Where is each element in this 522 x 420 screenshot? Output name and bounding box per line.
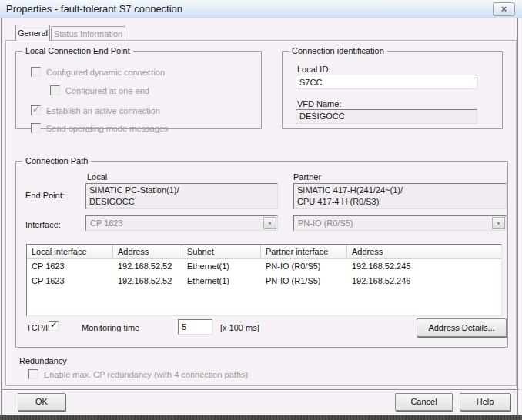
help-button[interactable]: Help [460,393,510,411]
table-header-partner-interface[interactable]: Partner interface [261,245,347,258]
table-header-subnet[interactable]: Subnet [182,245,261,258]
ok-button[interactable]: OK [18,393,65,411]
partner-column-header: Partner [293,172,321,182]
tab-general-label: General [18,28,48,38]
cell-partner-address: 192.168.52.246 [347,274,501,288]
checkbox-label: Establish an active connection [46,106,160,115]
table-header-address[interactable]: Address [113,245,182,258]
checkbox-configured-at-one-end: Configured at one end [50,85,149,95]
tcpip-checkbox[interactable] [49,321,59,331]
tab-status-information: Status Information [51,26,125,41]
local-interface-combobox: CP 1623 ▼ [85,215,278,231]
chevron-down-icon: ▼ [492,217,505,229]
cell-address: 192.168.52.52 [113,259,182,274]
interface-table: Local interface Address Subnet Partner i… [26,244,502,316]
cell-local-interface: CP 1623 [27,259,113,274]
window-bottom-edge [0,415,522,420]
partner-end-point-line2: CPU 417-4 H (R0/S3) [297,196,503,208]
local-id-label: Local ID: [297,65,330,74]
checkbox-label: Enable max. CP redundancy (with 4 connec… [44,370,248,379]
table-header-partner-address[interactable]: Address [347,245,501,258]
monitoring-time-label: Monitoring time [82,323,139,332]
checkbox-enable-max-cp-redundancy: Enable max. CP redundancy (with 4 connec… [28,369,248,379]
cell-subnet: Ethernet(1) [182,259,261,274]
window-left-edge [1,18,2,415]
checkbox-label: Configured dynamic connection [46,68,165,77]
checkbox-box [31,105,41,115]
table-header-local-interface[interactable]: Local interface [27,245,113,258]
cell-address: 192.168.52.52 [113,274,182,288]
connection-identification-group: Connection identification Local ID: VFD … [282,51,503,129]
partner-end-point-line1: SIMATIC 417-H(241/24~(1)/ [297,185,503,196]
checkbox-label: Send operating mode messages [46,124,168,133]
cell-partner-interface: PN-IO (R0/S5) [261,259,347,274]
local-id-input[interactable] [296,75,477,89]
properties-dialog: Properties - fault-tolerant S7 connectio… [0,0,522,420]
checkbox-box [49,321,59,331]
cancel-button[interactable]: Cancel [395,393,453,411]
close-icon: × [501,3,507,15]
window-right-edge [517,18,518,415]
checkbox-establish-active-connection: Establish an active connection [31,105,160,115]
tab-general[interactable]: General [15,25,50,41]
table-row[interactable]: CP 1623 192.168.52.52 Ethernet(1) PN-IO … [27,274,501,288]
partner-interface-combobox: PN-IO (R0/S5) ▼ [293,215,507,231]
checkbox-box [31,123,41,133]
checkbox-box [50,85,60,95]
titlebar: Properties - fault-tolerant S7 connectio… [0,0,522,18]
cell-partner-interface: PN-IO (R1/S5) [261,274,347,288]
local-end-point-line1: SIMATIC PC-Station(1)/ [89,185,274,196]
cell-local-interface: CP 1623 [27,274,113,288]
group-title: Local Connection End Point [22,46,133,55]
partner-end-point-field: SIMATIC 417-H(241/24~(1)/ CPU 417-4 H (R… [293,183,507,209]
local-interface-value: CP 1623 [90,218,123,228]
cell-subnet: Ethernet(1) [182,274,261,288]
checkbox-label: Configured at one end [65,86,149,95]
checkbox-box [31,67,41,77]
vfd-name-field: DESIGOCC [296,109,477,124]
redundancy-label: Redundancy [19,356,67,365]
checkbox-box [28,369,38,379]
interface-label: Interface: [25,220,61,229]
local-connection-end-point-group: Local Connection End Point Configured dy… [15,51,262,129]
window-title: Properties - fault-tolerant S7 connectio… [6,3,182,15]
table-header-row: Local interface Address Subnet Partner i… [27,245,501,259]
group-title: Connection identification [289,46,387,55]
group-title: Connection Path [22,156,91,165]
footer-separator [2,389,519,390]
connection-path-group: Connection Path Local Partner End Point:… [15,161,508,348]
local-column-header: Local [87,172,107,182]
close-button[interactable]: × [493,2,515,16]
local-end-point-field: SIMATIC PC-Station(1)/ DESIGOCC [85,183,278,209]
monitoring-time-input[interactable] [178,319,212,335]
local-end-point-line2: DESIGOCC [89,196,274,208]
monitoring-time-unit: [x 100 ms] [220,323,259,332]
vfd-name-label: VFD Name: [297,99,341,108]
table-row[interactable]: CP 1623 192.168.52.52 Ethernet(1) PN-IO … [27,259,501,274]
checkbox-configured-dynamic-connection: Configured dynamic connection [31,67,165,77]
end-point-label: End Point: [25,191,65,200]
checkbox-send-operating-mode-messages: Send operating mode messages [31,123,168,133]
tab-status-information-label: Status Information [54,29,122,38]
chevron-down-icon: ▼ [263,217,276,229]
address-details-button[interactable]: Address Details... [417,318,507,337]
cell-partner-address: 192.168.52.245 [347,259,501,274]
partner-interface-value: PN-IO (R0/S5) [298,218,353,228]
